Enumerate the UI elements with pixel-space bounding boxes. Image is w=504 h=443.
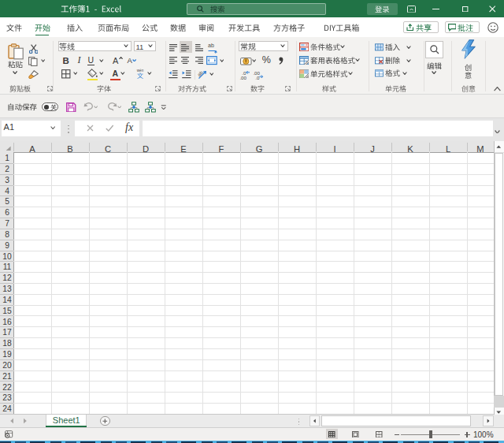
svg-text:.0: .0 xyxy=(255,75,260,80)
svg-text:.00: .00 xyxy=(239,75,246,80)
svg-text:ab: ab xyxy=(198,69,204,77)
